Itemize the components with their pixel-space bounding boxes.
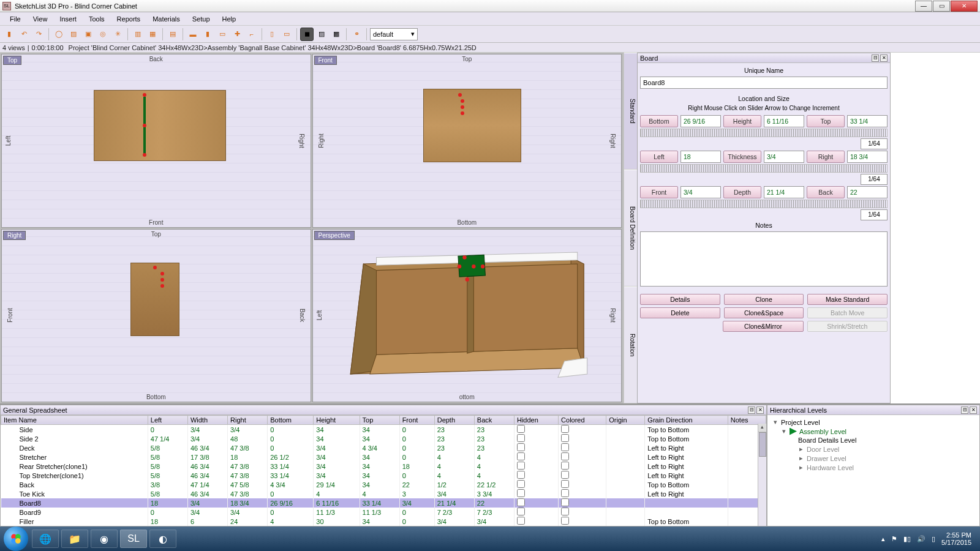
- assembly-icon[interactable]: ▦: [146, 28, 159, 41]
- panel-pin-icon[interactable]: ⊟: [872, 54, 879, 62]
- colored-checkbox[interactable]: [561, 443, 569, 451]
- slider-2[interactable]: [640, 200, 888, 208]
- hidden-checkbox[interactable]: [517, 462, 525, 470]
- hidden-checkbox[interactable]: [517, 425, 525, 433]
- colored-checkbox[interactable]: [561, 489, 569, 497]
- hidden-checkbox[interactable]: [517, 434, 525, 442]
- ss-header[interactable]: Back: [474, 416, 514, 425]
- shade2-icon[interactable]: ▨: [315, 28, 328, 41]
- details-button[interactable]: Details: [640, 294, 720, 305]
- door-icon[interactable]: ▯: [265, 28, 279, 41]
- ss-header[interactable]: Front: [399, 416, 434, 425]
- colored-checkbox[interactable]: [561, 452, 569, 460]
- ss-header[interactable]: Height: [314, 416, 360, 425]
- hidden-checkbox[interactable]: [517, 489, 525, 497]
- viewport-top[interactable]: Top Back Front Left Right: [1, 54, 311, 228]
- panel-close-icon[interactable]: ✕: [880, 54, 888, 62]
- board-top-shape[interactable]: [94, 90, 226, 161]
- tray-flag-icon[interactable]: ⚑: [891, 535, 897, 543]
- unique-name-input[interactable]: [640, 77, 888, 89]
- increment-2[interactable]: 1/64: [861, 209, 888, 220]
- increment-1[interactable]: 1/64: [861, 174, 888, 185]
- viewport-front[interactable]: Front Top Bottom Right Right: [312, 54, 622, 228]
- dim-depth-value[interactable]: 21 1/4: [764, 186, 804, 198]
- menu-tools[interactable]: Tools: [83, 14, 111, 24]
- menu-materials[interactable]: Materials: [146, 14, 186, 24]
- board-plus-icon[interactable]: ✚: [230, 28, 244, 41]
- table-row[interactable]: Filler186244303403/43/4Top to Bottom: [1, 517, 766, 526]
- dim-height-value[interactable]: 6 11/16: [764, 115, 804, 127]
- dim-top-button[interactable]: Top: [807, 115, 845, 127]
- dim-front-button[interactable]: Front: [640, 186, 678, 198]
- table-row[interactable]: Toe Kick5/846 3/447 3/804433/43 3/4Left …: [1, 489, 766, 498]
- tree-hardware-level[interactable]: ▸Hardware Level: [798, 463, 974, 472]
- drawer-icon[interactable]: ▭: [280, 28, 293, 41]
- colored-checkbox[interactable]: [561, 498, 569, 506]
- batch-move-button[interactable]: Batch Move: [807, 307, 888, 318]
- ss-header[interactable]: Top: [360, 416, 399, 425]
- colored-checkbox[interactable]: [561, 517, 569, 525]
- colored-checkbox[interactable]: [561, 425, 569, 433]
- link-icon[interactable]: ⚭: [350, 28, 363, 41]
- dim-bottom-button[interactable]: Bottom: [640, 115, 678, 127]
- dim-bottom-value[interactable]: 26 9/16: [680, 115, 721, 127]
- hidden-checkbox[interactable]: [517, 471, 525, 479]
- dim-thickness-button[interactable]: Thickness: [723, 151, 761, 163]
- tree-drawer-level[interactable]: ▸Drawer Level: [798, 454, 974, 463]
- target-icon[interactable]: ◎: [96, 28, 110, 41]
- hidden-checkbox[interactable]: [517, 508, 525, 515]
- taskbar-sketchlist-icon[interactable]: SL: [120, 530, 147, 548]
- viewport-perspective[interactable]: Perspective ottom Left Right: [312, 229, 622, 403]
- board-horiz-icon[interactable]: ▬: [186, 28, 200, 41]
- table-row[interactable]: Board903/43/4011 1/311 1/307 2/37 2/3: [1, 508, 766, 517]
- cabinet-icon[interactable]: ▥: [131, 28, 145, 41]
- board-flat-icon[interactable]: ▭: [216, 28, 229, 41]
- maximize-button[interactable]: ▭: [933, 1, 950, 12]
- dim-front-value[interactable]: 3/4: [680, 186, 721, 198]
- ss-header[interactable]: Item Name: [1, 416, 148, 425]
- views-count[interactable]: 4 views: [2, 44, 25, 51]
- ss-header[interactable]: Origin: [606, 416, 645, 425]
- dim-thickness-value[interactable]: 3/4: [764, 151, 804, 163]
- make-standard-button[interactable]: Make Standard: [807, 294, 888, 305]
- increment-0[interactable]: 1/64: [861, 138, 888, 149]
- start-button[interactable]: [4, 527, 28, 551]
- hidden-checkbox[interactable]: [517, 480, 525, 488]
- hidden-checkbox[interactable]: [517, 498, 525, 506]
- taskbar-ie-icon[interactable]: 🌐: [32, 530, 59, 548]
- hier-pin-icon[interactable]: ⊟: [961, 407, 968, 414]
- menu-file[interactable]: File: [4, 14, 27, 24]
- tray-up-icon[interactable]: ▴: [881, 535, 885, 543]
- slider-0[interactable]: [640, 129, 888, 137]
- menu-reports[interactable]: Reports: [111, 14, 147, 24]
- colored-checkbox[interactable]: [561, 480, 569, 488]
- clone-button[interactable]: Clone: [724, 294, 804, 305]
- hidden-checkbox[interactable]: [517, 443, 525, 451]
- crumb-assembly[interactable]: Assembly 'Bagnall Base Cabinet' 34Hx48Wx…: [208, 44, 353, 51]
- toolbar-style-select[interactable]: default▾: [370, 28, 418, 40]
- tree-project-level[interactable]: ▾Project Level: [772, 418, 974, 427]
- crumb-board[interactable]: Board 'Board8' 6.6875Hx0.75Wx21.25D: [357, 44, 477, 51]
- table-row[interactable]: Back3/847 1/447 5/84 3/429 1/434221/222 …: [1, 480, 766, 489]
- table-row[interactable]: Rear Stretcher(clone1)5/846 3/447 3/833 …: [1, 462, 766, 471]
- delete-button[interactable]: Delete: [640, 307, 720, 318]
- tray-wifi-icon[interactable]: ▮▯: [903, 535, 911, 543]
- ss-close-icon[interactable]: ✕: [756, 407, 764, 414]
- undo-icon[interactable]: ↶: [17, 28, 31, 41]
- close-button[interactable]: ✕: [951, 1, 978, 12]
- ss-header[interactable]: Width: [187, 416, 227, 425]
- taskbar-explorer-icon[interactable]: 📁: [61, 530, 88, 548]
- timer-icon[interactable]: ◯: [52, 28, 66, 41]
- tree-assembly-level[interactable]: ▾Assembly Level: [781, 427, 974, 436]
- dim-right-value[interactable]: 18 3/4: [847, 151, 888, 163]
- colored-checkbox[interactable]: [561, 462, 569, 470]
- ss-pin-icon[interactable]: ⊟: [748, 407, 755, 414]
- clone-mirror-button[interactable]: Clone&Mirror: [723, 321, 803, 332]
- menu-insert[interactable]: Insert: [53, 14, 83, 24]
- camera-icon[interactable]: ▣: [81, 28, 95, 41]
- ss-header[interactable]: Colored: [559, 416, 606, 425]
- colored-checkbox[interactable]: [561, 471, 569, 479]
- ss-header[interactable]: Left: [148, 416, 187, 425]
- dim-top-value[interactable]: 33 1/4: [847, 115, 888, 127]
- side-tab-standard[interactable]: Standard: [624, 53, 637, 170]
